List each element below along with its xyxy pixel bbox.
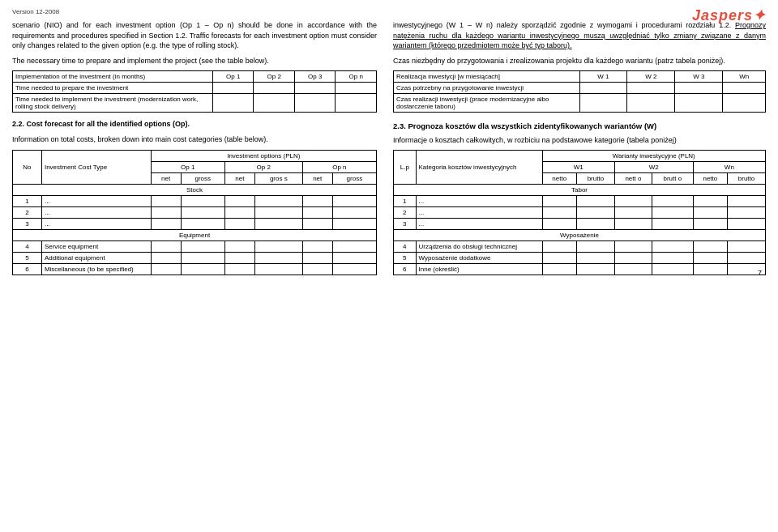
row5-label: Additional equipment [41,252,151,263]
row4-label: Service equipment [41,240,151,252]
ri-r2c2 [627,94,675,113]
rr5-num: 5 [394,253,417,264]
rr5c5 [693,253,727,264]
r6c5 [302,263,332,275]
rr3c6 [728,219,766,230]
right-wn-net: netto [693,173,727,185]
r5c5 [302,252,332,263]
right-w1-net: netto [542,173,576,185]
impl-row2-op3 [294,94,336,113]
ri-r1c3 [675,83,723,94]
row1-label: ... [41,195,151,206]
rr2c2 [576,207,614,219]
rr6c5 [693,264,727,275]
rr5c6 [728,253,766,264]
col-opn-net: net [302,172,332,184]
row2-label: ... [41,206,151,218]
rr6c3 [614,264,652,275]
rr4c1 [542,241,576,253]
rr3-num: 3 [394,219,417,230]
row2-num: 2 [13,206,42,218]
col-op2: Op 2 [224,161,302,172]
r1c5 [302,195,332,206]
rr6-label: Inne (określić) [416,264,542,275]
rr6-num: 6 [394,264,417,275]
rr6c1 [542,264,576,275]
rr1c2 [576,196,614,207]
rr4c2 [576,241,614,253]
rr4c5 [693,241,727,253]
ri-r1c2 [627,83,675,94]
rr6c4 [652,264,693,275]
r6c2 [181,263,224,275]
col-type: Investment Cost Type [41,150,151,184]
section-23: 2.3. Prognoza kosztów dla wszystkich zid… [393,121,766,131]
cost-table-right: L.p Kategoria kosztów inwestycyjnych War… [393,150,766,275]
row6-label: Miscellaneous (to be specified) [41,263,151,275]
rr1-label: ... [416,196,542,207]
left-para3: Information on total costs, broken down … [12,134,377,145]
ri-r2c1 [579,94,627,113]
r3c3 [224,218,254,229]
r4c3 [224,240,254,252]
rr3c4 [652,219,693,230]
right-para3: Informacje o kosztach całkowitych, w roz… [393,135,766,146]
r5c2 [181,252,224,263]
right-impl-w1: W 1 [579,71,627,83]
row5-num: 5 [13,252,42,263]
col-op1-gross: gross [181,172,224,184]
right-w2-gross: brutt o [652,173,693,185]
col-opn-gross: gross [332,172,376,184]
r5c1 [151,252,181,263]
r2c3 [224,206,254,218]
rr1-num: 1 [394,196,417,207]
r2c1 [151,206,181,218]
rr5-label: Wyposażenie dodatkowe [416,253,542,264]
rr5c4 [652,253,693,264]
rr3c2 [576,219,614,230]
col-no: No [13,150,42,184]
r5c4 [254,252,302,263]
right-wn-gross: brutto [728,173,766,185]
impl-row2-op1 [212,94,254,113]
right-inv-header: Warianty inwestycyjne (PLN) [542,151,765,162]
r6c6 [332,263,376,275]
right-col-wn: Wn [693,162,765,173]
impl-table-left: Implementation of the investment (in mon… [12,70,377,113]
impl-table-right: Realizacja inwestycji [w miesiącach] W 1… [393,70,766,113]
right-para1: inwestycyjnego (W 1 – W n) należy sporzą… [393,20,766,51]
right-w1-gross: brutto [576,173,614,185]
row1-num: 1 [13,195,42,206]
version-label: Version 12-2008 [12,8,766,15]
rr2c5 [693,207,727,219]
right-impl-row1: Czas potrzebny na przygotowanie inwestyc… [394,83,580,94]
r6c1 [151,263,181,275]
impl-row2-opn [336,94,377,113]
right-w2-net: nett o [614,173,652,185]
r6c3 [224,263,254,275]
right-impl-wn: Wn [723,71,766,83]
row6-num: 6 [13,263,42,275]
impl-op3: Op 3 [294,71,336,83]
right-impl-row2: Czas realizacji inwestycji (prace modern… [394,94,580,113]
r2c2 [181,206,224,218]
col-investment-header: Investment options (PLN) [151,150,376,161]
right-para2: Czas niezbędny do przygotowania i zreali… [393,56,766,66]
right-column: inwestycyjnego (W 1 – W n) należy sporzą… [393,20,766,275]
r3c1 [151,218,181,229]
impl-op2: Op 2 [254,71,295,83]
impl-row1-opn [336,83,377,94]
r1c4 [254,195,302,206]
stock-label: Stock [13,184,377,195]
right-col-lp: L.p [394,151,417,185]
r4c1 [151,240,181,252]
impl-row1-op3 [294,83,336,94]
rr5c3 [614,253,652,264]
left-para1: scenario (NIO) and for each investment o… [12,20,377,51]
main-content: scenario (NIO) and for each investment o… [12,20,766,275]
rr4c3 [614,241,652,253]
impl-opn: Op n [336,71,377,83]
col-op2-net: net [224,172,254,184]
left-para2: The necessary time to prepare and implem… [12,56,377,66]
r3c4 [254,218,302,229]
